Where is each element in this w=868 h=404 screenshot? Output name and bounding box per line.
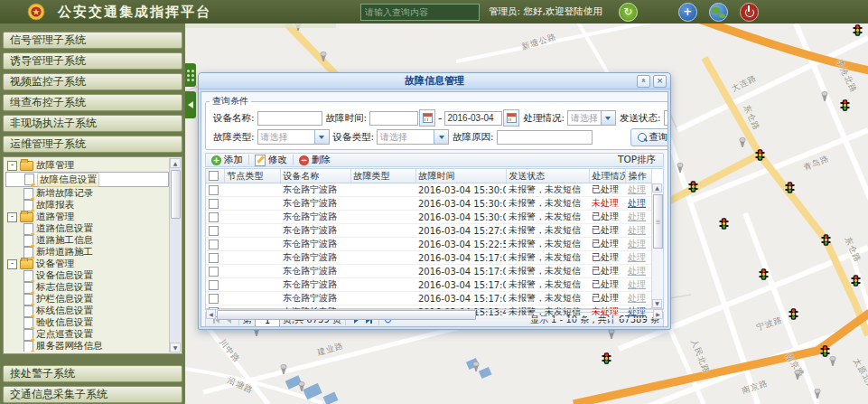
tree-item[interactable]: 故障报表 — [5, 200, 169, 211]
handle-link[interactable]: 处理 — [628, 266, 646, 276]
grid-horizontal-scrollbar[interactable]: ◀ ▶ — [205, 309, 664, 310]
handle-link[interactable]: 处理 — [628, 225, 646, 235]
camera-icon[interactable] — [471, 362, 481, 375]
camera-icon[interactable] — [793, 370, 802, 383]
table-row[interactable]: 东仓路宁波路 2016-03-04 15:17:01 未报警，未发短信 已处理 … — [206, 292, 651, 305]
scroll-up-icon[interactable]: ▲ — [652, 183, 662, 193]
recycle-icon[interactable]: ↻ — [619, 3, 638, 22]
camera-icon[interactable] — [738, 137, 747, 151]
handle-status-select[interactable]: 请选择 — [567, 110, 616, 126]
camera-icon[interactable] — [607, 329, 616, 343]
checkbox-icon[interactable] — [209, 253, 219, 263]
handle-link[interactable]: 处理 — [628, 239, 646, 249]
traffic-signal-icon[interactable] — [851, 275, 861, 289]
sidebar-panel-2[interactable]: 视频监控子系统 — [3, 73, 182, 90]
table-row[interactable]: 东仓路宁波路 2016-03-04 15:17:01 未报警，未发短信 已处理 … — [206, 251, 651, 265]
traffic-signal-icon[interactable] — [719, 218, 729, 232]
tree-item[interactable]: 护栏信息设置 — [5, 294, 169, 305]
fault-time-from-input[interactable] — [369, 111, 418, 126]
tree-folder[interactable]: -道路管理 — [5, 211, 169, 222]
traffic-signal-icon[interactable] — [602, 352, 611, 367]
handle-link[interactable]: 处理 — [628, 252, 646, 262]
globe-icon[interactable] — [709, 3, 728, 22]
handle-link[interactable]: 处理 — [628, 293, 646, 303]
handle-link[interactable]: 处理 — [628, 211, 646, 221]
grid-vertical-scrollbar[interactable]: ▲ ☰ ▼ — [651, 183, 663, 308]
scrollbar-thumb[interactable] — [217, 310, 476, 320]
tree-item[interactable]: 道路施工信息 — [5, 235, 169, 246]
calendar-icon[interactable] — [503, 109, 519, 127]
table-row[interactable]: 东仓路宁波路 2016-03-04 15:27:00 未报警，未发短信 已处理 … — [206, 224, 651, 238]
collapse-node-icon[interactable]: - — [7, 259, 17, 269]
tree-item[interactable]: 设备信息设置 — [5, 270, 169, 281]
collapse-node-icon[interactable]: - — [7, 161, 17, 171]
chevron-down-icon[interactable] — [434, 130, 448, 144]
traffic-signal-icon[interactable] — [759, 268, 769, 283]
checkbox-icon[interactable] — [209, 212, 219, 222]
checkbox-icon[interactable] — [209, 267, 219, 277]
tree-folder[interactable]: -设备管理 — [5, 258, 169, 269]
power-icon[interactable] — [740, 3, 759, 22]
map-tiles-icon[interactable] — [649, 4, 667, 21]
fault-time-to-input[interactable] — [444, 111, 502, 126]
camera-icon[interactable] — [279, 364, 288, 378]
traffic-signal-icon[interactable] — [821, 234, 831, 249]
handle-link[interactable]: 处理 — [628, 184, 646, 194]
collapse-node-icon[interactable]: - — [7, 212, 17, 222]
collapse-arrow-icon[interactable] — [185, 91, 196, 118]
tree-item[interactable]: 新增道路施工 — [5, 247, 169, 258]
drag-dots-icon[interactable] — [185, 63, 196, 87]
calendar-icon[interactable] — [419, 109, 435, 127]
col-fault-type[interactable]: 故障类型 — [350, 169, 415, 183]
col-operation[interactable]: 操作 — [625, 169, 651, 183]
table-row[interactable]: 东仓路宁波路 2016-03-04 15:17:01 未报警，未发短信 已处理 … — [206, 278, 651, 292]
scrollbar-thumb[interactable] — [171, 170, 181, 219]
tree-folder[interactable]: -故障管理 — [5, 160, 169, 171]
scrollbar-thumb[interactable]: ☰ — [653, 194, 663, 249]
camera-icon[interactable] — [297, 381, 306, 395]
tree-item[interactable]: 新增故障记录 — [5, 188, 169, 199]
sidebar-panel-0[interactable]: 接处警子系统 — [3, 365, 182, 382]
table-row[interactable]: 东仓路宁波路 2016-03-04 15:30:00 未报警，未发短信 已处理 … — [206, 183, 651, 197]
scroll-right-icon[interactable]: ▶ — [653, 309, 663, 319]
tree-item[interactable]: 定点巡查设置 — [5, 329, 169, 340]
sidebar-collapse-handle[interactable] — [185, 63, 196, 118]
traffic-signal-icon[interactable] — [853, 24, 863, 39]
checkbox-icon[interactable] — [209, 294, 219, 304]
camera-icon[interactable] — [828, 356, 837, 370]
global-search-input[interactable] — [360, 4, 480, 21]
select-all-header[interactable] — [206, 169, 224, 183]
col-handle-status[interactable]: 处理情况 — [589, 169, 625, 183]
chevron-down-icon[interactable] — [601, 111, 615, 125]
sidebar-panel-5[interactable]: 运维管理子系统 — [3, 136, 182, 153]
checkbox-icon[interactable] — [209, 199, 219, 209]
fault-reason-input[interactable] — [497, 130, 593, 145]
camera-icon[interactable] — [813, 389, 822, 402]
tree-scrollbar[interactable]: ▲ ▼ — [169, 158, 181, 352]
top-sort-label[interactable]: TOP排序 — [618, 154, 656, 166]
device-name-input[interactable] — [257, 111, 322, 126]
add-button[interactable]: + 添加 — [206, 154, 248, 166]
sidebar-panel-0[interactable]: 信号管理子系统 — [3, 32, 182, 49]
checkbox-icon[interactable] — [209, 240, 219, 249]
search-button[interactable]: 查询 — [630, 128, 668, 146]
table-row[interactable]: 东仓路宁波路 2016-03-04 15:30:00 未报警，未发短信 未处理 … — [206, 197, 651, 211]
camera-icon[interactable] — [676, 163, 685, 176]
edit-button[interactable]: 修改 — [249, 154, 293, 166]
sidebar-panel-1[interactable]: 诱导管理子系统 — [3, 52, 182, 70]
table-row[interactable]: 东仓路宁波路 2016-03-04 15:30:00 未报警，未发短信 已处理 … — [206, 211, 651, 224]
scroll-left-icon[interactable]: ◀ — [206, 309, 216, 319]
tree-item[interactable]: 标线信息设置 — [5, 305, 169, 316]
traffic-signal-icon[interactable] — [785, 182, 795, 196]
tree-item[interactable]: 标志信息设置 — [5, 282, 169, 293]
sidebar-panel-4[interactable]: 非现场执法子系统 — [3, 115, 182, 132]
scroll-down-icon[interactable]: ▼ — [170, 343, 181, 352]
scroll-down-icon[interactable]: ▼ — [652, 299, 662, 308]
camera-icon[interactable] — [820, 91, 829, 105]
handle-link[interactable]: 处理 — [628, 198, 646, 208]
device-type-select[interactable]: 请选择 — [377, 129, 449, 145]
window-titlebar[interactable]: 故障信息管理 » × — [199, 73, 670, 89]
handle-link[interactable]: 处理 — [628, 279, 646, 289]
col-send-status[interactable]: 发送状态 — [506, 169, 589, 183]
checkbox-icon[interactable] — [209, 171, 219, 181]
